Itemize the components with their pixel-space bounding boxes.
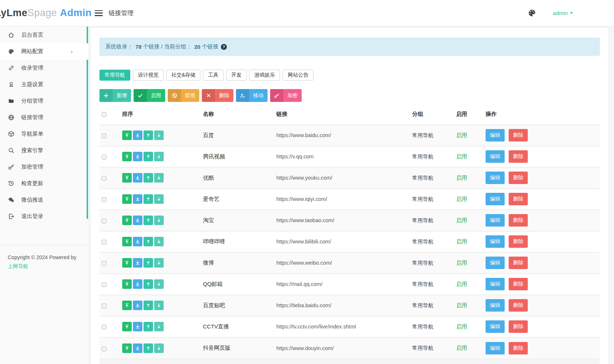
row-checkbox[interactable] <box>102 325 106 330</box>
powered-by-link[interactable]: 上网导航 <box>8 262 28 271</box>
select-all-checkbox[interactable] <box>102 112 106 117</box>
edit-button[interactable]: 编辑 <box>486 342 505 354</box>
delete-button[interactable]: 删除 <box>509 129 528 141</box>
x-action-button[interactable]: 删除 <box>202 89 233 102</box>
move-to-top-button[interactable] <box>122 173 132 183</box>
row-checkbox[interactable] <box>102 304 106 308</box>
tab-group-5[interactable]: 游戏娱乐 <box>249 70 280 81</box>
edit-button[interactable]: 编辑 <box>486 214 505 227</box>
move-to-bottom-button[interactable] <box>133 258 142 268</box>
move-to-top-button[interactable] <box>122 130 132 140</box>
delete-button[interactable]: 删除 <box>509 150 528 163</box>
row-checkbox[interactable] <box>102 133 106 138</box>
move-to-bottom-button[interactable] <box>133 343 142 353</box>
move-to-bottom-button[interactable] <box>133 173 142 183</box>
user-dropdown[interactable]: admin <box>553 10 573 16</box>
move-down-button[interactable] <box>154 343 164 353</box>
sidebar-item-history[interactable]: 检查更新 <box>0 175 88 192</box>
sidebar-item-link[interactable]: 收录管理 <box>0 60 88 76</box>
delete-button[interactable]: 删除 <box>509 235 528 248</box>
theme-palette-icon[interactable] <box>528 9 537 18</box>
help-icon[interactable]: ? <box>221 44 227 50</box>
move-down-button[interactable] <box>154 258 164 268</box>
move-down-button[interactable] <box>154 322 164 331</box>
sidebar-item-key[interactable]: 加密管理 <box>0 159 88 175</box>
move-down-button[interactable] <box>154 279 164 289</box>
move-down-button[interactable] <box>154 237 164 246</box>
move-up-button[interactable] <box>143 258 153 268</box>
edit-button[interactable]: 编辑 <box>486 193 505 205</box>
delete-button[interactable]: 删除 <box>509 214 528 227</box>
move-to-bottom-button[interactable] <box>133 130 142 140</box>
sidebar-item-cube[interactable]: 导航菜单 <box>0 126 88 142</box>
plus-action-button[interactable]: 新增 <box>99 89 131 102</box>
move-to-top-button[interactable] <box>122 322 132 331</box>
move-up-button[interactable] <box>143 279 153 289</box>
tab-group-2[interactable]: 社交&存储 <box>166 70 200 81</box>
move-down-button[interactable] <box>154 130 164 140</box>
check-action-button[interactable]: 启用 <box>134 89 165 102</box>
sidebar-item-palette[interactable]: 网站配置› <box>0 43 88 60</box>
move-down-button[interactable] <box>154 173 164 183</box>
delete-button[interactable]: 删除 <box>509 193 528 205</box>
edit-button[interactable]: 编辑 <box>486 172 505 184</box>
tab-group-6[interactable]: 网站公告 <box>283 70 313 81</box>
edit-button[interactable]: 编辑 <box>486 320 505 333</box>
move-to-top-button[interactable] <box>122 258 132 268</box>
sidebar-item-home[interactable]: 后台首页 <box>0 27 88 43</box>
move-to-top-button[interactable] <box>122 279 132 289</box>
tab-group-1[interactable]: 设计视觉 <box>133 70 164 81</box>
move-to-bottom-button[interactable] <box>133 152 142 161</box>
move-up-button[interactable] <box>143 322 153 331</box>
row-checkbox[interactable] <box>102 218 106 223</box>
move-down-button[interactable] <box>154 152 164 161</box>
row-checkbox[interactable] <box>102 155 106 159</box>
move-down-button[interactable] <box>154 194 164 204</box>
sidebar-item-logout[interactable]: 退出登录 <box>0 208 88 225</box>
edit-button[interactable]: 编辑 <box>486 129 505 141</box>
delete-button[interactable]: 删除 <box>509 257 528 269</box>
edit-button[interactable]: 编辑 <box>486 235 505 248</box>
move-to-bottom-button[interactable] <box>133 301 142 310</box>
move-up-button[interactable] <box>143 130 153 140</box>
row-checkbox[interactable] <box>102 282 106 287</box>
tab-group-4[interactable]: 开发 <box>226 70 247 81</box>
edit-button[interactable]: 编辑 <box>486 150 505 163</box>
move-up-button[interactable] <box>143 237 153 246</box>
move-up-button[interactable] <box>143 173 153 183</box>
delete-button[interactable]: 删除 <box>509 172 528 184</box>
tab-group-3[interactable]: 工具 <box>203 70 224 81</box>
sidebar-item-globe[interactable]: 链接管理 <box>0 109 88 126</box>
move-down-button[interactable] <box>154 301 164 310</box>
edit-button[interactable]: 编辑 <box>486 257 505 269</box>
row-checkbox[interactable] <box>102 240 106 244</box>
sidebar-item-search[interactable]: 搜索引擎 <box>0 142 88 159</box>
move-up-button[interactable] <box>143 216 153 225</box>
sidebar-item-folder[interactable]: 分组管理 <box>0 93 88 109</box>
sidebar-item-wechat[interactable]: 微信推送 <box>0 192 88 208</box>
key2-action-button[interactable]: 加密 <box>270 89 302 102</box>
move-up-button[interactable] <box>143 343 153 353</box>
person-action-button[interactable]: 移动 <box>236 89 268 102</box>
move-up-button[interactable] <box>143 152 153 161</box>
move-to-bottom-button[interactable] <box>133 237 142 246</box>
row-checkbox[interactable] <box>102 261 106 266</box>
move-to-bottom-button[interactable] <box>133 194 142 204</box>
tab-group-0[interactable]: 常用导航 <box>99 70 130 81</box>
delete-button[interactable]: 删除 <box>509 342 528 354</box>
sidebar-item-award[interactable]: 主题设置 <box>0 76 88 93</box>
ban-action-button[interactable]: 禁用 <box>168 89 199 102</box>
move-to-top-button[interactable] <box>122 301 132 310</box>
move-to-top-button[interactable] <box>122 216 132 225</box>
menu-toggle-icon[interactable] <box>95 10 103 16</box>
edit-button[interactable]: 编辑 <box>486 278 505 290</box>
edit-button[interactable]: 编辑 <box>486 299 505 312</box>
delete-button[interactable]: 删除 <box>509 278 528 290</box>
row-checkbox[interactable] <box>102 346 106 351</box>
move-to-top-button[interactable] <box>122 194 132 204</box>
move-to-bottom-button[interactable] <box>133 322 142 331</box>
delete-button[interactable]: 删除 <box>509 299 528 312</box>
row-checkbox[interactable] <box>102 176 106 181</box>
move-up-button[interactable] <box>143 194 153 204</box>
move-to-top-button[interactable] <box>122 237 132 246</box>
